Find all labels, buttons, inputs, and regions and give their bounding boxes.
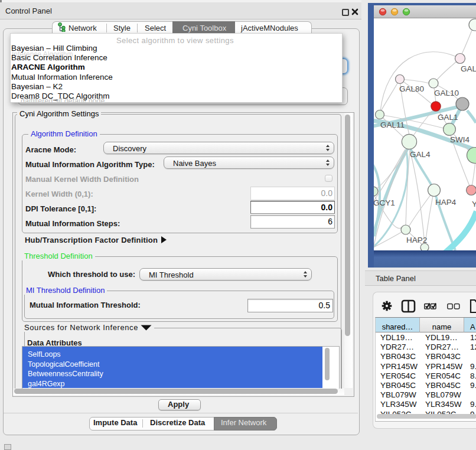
svg-text:SWI4: SWI4	[450, 135, 470, 144]
svg-text:GAL10: GAL10	[434, 89, 459, 97]
svg-text:GAL4: GAL4	[410, 150, 431, 159]
svg-text:HAP2: HAP2	[406, 236, 427, 244]
svg-text:GAL80: GAL80	[399, 84, 424, 93]
svg-text:Y: Y	[472, 200, 476, 208]
svg-text:GAL7: GAL7	[461, 64, 476, 73]
svg-text:GCY1: GCY1	[374, 198, 395, 207]
svg-text:GAL11: GAL11	[380, 120, 405, 129]
svg-text:GAL1: GAL1	[438, 113, 458, 122]
svg-text:HAP4: HAP4	[435, 198, 457, 207]
